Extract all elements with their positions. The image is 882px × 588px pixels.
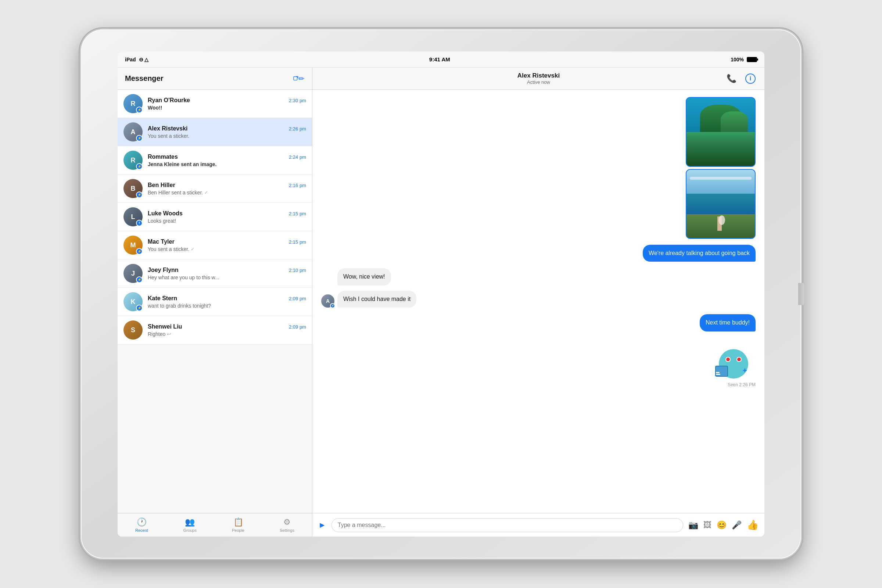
coastal-photo [686,169,756,239]
messages-area: We're already talking about going back W… [312,90,764,513]
avatar-wrapper-shenwei: S [123,321,142,340]
conv-name-mac: Mac Tyler [148,238,175,245]
conv-name-alex: Alex Ristevski [148,125,188,132]
chat-header-center: Alex Ristevski Active now [518,72,560,85]
battery-bar [747,57,757,62]
conv-time-shenwei: 2:09 pm [289,324,306,330]
conversation-item-joey[interactable]: J ⚡ Joey Flynn 2:10 pm Hey what are you … [118,260,312,288]
avatar-wrapper-luke: L f [123,207,142,226]
chat-contact-name: Alex Ristevski [518,72,560,80]
conv-time-ben: 2:16 pm [289,183,306,188]
conv-preview-ben: Ben Hiller sent a sticker. ✓ [148,190,306,195]
status-bar-time: 9:41 AM [429,56,450,63]
messenger-badge-joey: ⚡ [136,276,142,283]
avatar-wrapper-mac: M ⚡ [123,236,142,255]
side-button[interactable] [798,283,804,305]
conversation-item-alex[interactable]: A ⚡ Alex Ristevski 2:26 pm You sent a st… [118,118,312,146]
conv-time-luke: 2:15 pm [289,211,306,216]
conv-preview-shenwei: Righteo ↩ [148,331,306,337]
ipad-screen: iPad ⊖ △ 9:41 AM 100% Messenger [118,51,764,537]
emoji-icon[interactable]: 😊 [717,520,726,530]
people-icon: 📋 [233,518,243,527]
chat-header: Alex Ristevski Active now 📞 i [312,68,764,90]
message-input[interactable] [332,518,683,532]
tab-settings[interactable]: ⚙ Settings [272,514,302,536]
bubble-nexttime: Next time buddy! [700,314,756,331]
conv-info-luke: Luke Woods 2:15 pm Looks great! [148,210,306,224]
conv-time-rommates: 2:24 pm [289,154,306,160]
conv-top-joey: Joey Flynn 2:10 pm [148,267,306,273]
tab-recent[interactable]: 🕐 Recent [128,514,156,536]
mic-icon[interactable]: 🎤 [732,520,742,530]
conversation-item-rommates[interactable]: R ⚡ Rommates 2:24 pm Jenna Kleine sent a… [118,146,312,175]
conv-top-shenwei: Shenwei Liu 2:09 pm [148,323,306,330]
status-bar-right: 100% [730,57,757,63]
groups-icon: 👥 [185,518,195,527]
people-label: People [232,528,244,532]
settings-label: Settings [280,528,294,532]
info-icon[interactable]: i [745,74,756,84]
avatar-wrapper-joey: J ⚡ [123,264,142,283]
conv-top-kate: Kate Stern 2:09 pm [148,295,306,302]
conversation-item-luke[interactable]: L f Luke Woods 2:15 pm Looks great! [118,203,312,231]
spacer-no-avatar [321,272,334,285]
ipad-device: iPad ⊖ △ 9:41 AM 100% Messenger [81,29,801,559]
message-outgoing-goingback: We're already talking about going back [321,245,756,262]
conv-top-luke: Luke Woods 2:15 pm [148,210,306,217]
conversation-item-kate[interactable]: K ⚡ Kate Stern 2:09 pm want to grab drin… [118,288,312,316]
conv-time-mac: 2:15 pm [289,239,306,245]
conv-top-mac: Mac Tyler 2:15 pm [148,238,306,245]
message-incoming-wow: Wow, nice view! [321,268,756,285]
conv-info-alex: Alex Ristevski 2:26 pm You sent a sticke… [148,125,306,139]
avatar-wrapper-ben: B ⚡ [123,179,142,198]
conv-top-alex: Alex Ristevski 2:26 pm [148,125,306,132]
bubble-goingback: We're already talking about going back [643,245,756,262]
conversation-item-ben[interactable]: B ⚡ Ben Hiller 2:16 pm Ben Hiller sent a… [118,175,312,203]
conversation-item-shenwei[interactable]: S Shenwei Liu 2:09 pm Righteo ↩ [118,316,312,344]
conv-preview-joey: Hey what are you up to this w... [148,274,306,280]
conversation-item-ryan[interactable]: R ⚡ Ryan O'Rourke 2:30 pm Woo!! [118,90,312,118]
conv-name-shenwei: Shenwei Liu [148,323,182,330]
conv-info-shenwei: Shenwei Liu 2:09 pm Righteo ↩ [148,323,306,337]
conv-name-ben: Ben Hiller [148,182,175,189]
messenger-badge-rommates: ⚡ [136,163,142,170]
bubble-wish: Wish I could have made it [338,291,416,308]
bubble-wow: Wow, nice view! [338,268,391,285]
call-icon[interactable]: 📞 [726,74,736,83]
message-incoming-wish: A ⚡ Wish I could have made it [321,291,756,308]
conversation-list: R ⚡ Ryan O'Rourke 2:30 pm Woo!! [118,90,312,513]
left-panel: Messenger ✏ [118,68,312,537]
beach-photo [686,97,756,167]
thumbs-up-icon[interactable]: 👍 [747,519,759,531]
conv-preview-ryan: Woo!! [148,105,306,111]
conv-name-kate: Kate Stern [148,295,177,302]
right-panel: Alex Ristevski Active now 📞 i [312,68,764,537]
camera-icon[interactable]: 📷 [688,520,698,530]
input-bar: ► 📷 🖼 😊 🎤 👍 [312,513,764,537]
tab-bar: 🕐 Recent 👥 Groups 📋 People ⚙ Settings [118,513,312,537]
photos-stack [686,97,756,239]
chat-contact-status: Active now [527,80,550,85]
conv-info-rommates: Rommates 2:24 pm Jenna Kleine sent an im… [148,154,306,167]
conv-time-ryan: 2:30 pm [289,98,306,103]
seen-text: Seen 2:26 PM [728,382,756,387]
msg-avatar-badge: ⚡ [330,303,335,308]
conv-name-joey: Joey Flynn [148,267,178,273]
photo-group-outgoing [321,97,756,239]
tab-groups[interactable]: 👥 Groups [176,514,204,536]
conv-name-rommates: Rommates [148,154,178,160]
image-icon[interactable]: 🖼 [704,520,711,530]
conv-top-ryan: Ryan O'Rourke 2:30 pm [148,97,306,104]
battery-fill [747,58,756,62]
avatar-wrapper-ryan: R ⚡ [123,94,142,113]
send-icon[interactable]: ► [318,520,326,530]
compose-button[interactable]: ✏ [293,73,304,84]
conv-info-mac: Mac Tyler 2:15 pm You sent a sticker. ✓ [148,238,306,252]
status-bar-left: iPad ⊖ △ [125,57,148,63]
conv-preview-mac: You sent a sticker. ✓ [148,246,306,252]
conversation-item-mac[interactable]: M ⚡ Mac Tyler 2:15 pm You sent a sticker… [118,231,312,260]
battery-text: 100% [730,57,744,63]
tab-people[interactable]: 📋 People [225,514,252,536]
conv-preview-luke: Looks great! [148,218,306,224]
msg-avatar-alex: A ⚡ [321,294,334,308]
